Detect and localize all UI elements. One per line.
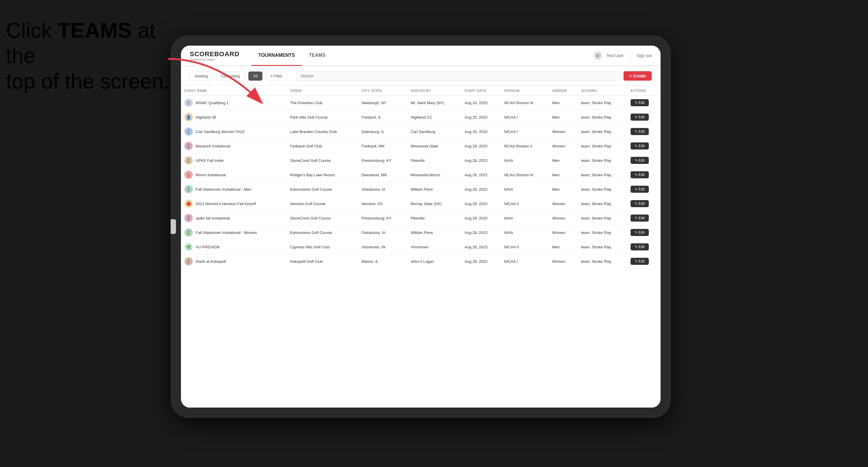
sign-out-link[interactable]: Sign out xyxy=(637,53,652,58)
edit-button[interactable]: ✎ Edit xyxy=(630,114,649,121)
cell-city: Prestonsburg, KY xyxy=(358,153,407,168)
table-row: 🏌 Fall Statesmen Invitational - Men Edmu… xyxy=(181,182,660,196)
event-name-text: Highland 36 xyxy=(196,115,216,120)
cell-division: NAIA xyxy=(500,225,549,240)
filter-button[interactable]: ≡ Filter xyxy=(266,71,287,81)
event-name-text: VU PREVIEW xyxy=(196,245,220,249)
logo-area: SCOREBOARD Powered by Clippit xyxy=(190,50,240,61)
cell-actions: ✎ Edit xyxy=(627,110,660,124)
cell-city: Galesburg, IL xyxy=(358,124,407,139)
instruction-text: Click TEAMS at thetop of the screen. xyxy=(6,18,177,94)
logo-subtitle: Powered by Clippit xyxy=(190,58,240,61)
table-row: 🏌 Carl Sandburg Women FA23 Lake Bracken … xyxy=(181,124,660,139)
cell-venue: StoneCrest Golf Course xyxy=(287,211,358,225)
cell-city: Freeport, IL xyxy=(358,110,407,124)
edit-button[interactable]: ✎ Edit xyxy=(630,171,649,178)
cell-gender: Women xyxy=(549,196,578,211)
hosting-button[interactable]: Hosting xyxy=(190,71,213,81)
team-logo: 🌿 xyxy=(185,243,193,251)
cell-actions: ✎ Edit xyxy=(627,240,660,254)
event-name-text: Fall Statesmen Invitational - Women xyxy=(196,230,257,235)
cell-scoring: team, Stroke Play xyxy=(578,211,627,225)
cell-city: Marion, IL xyxy=(358,254,407,269)
app-header: SCOREBOARD Powered by Clippit TOURNAMENT… xyxy=(181,45,660,66)
create-button[interactable]: + Create xyxy=(623,71,652,81)
edit-button[interactable]: ✎ Edit xyxy=(630,157,649,164)
content-area: Hosting Competing All ≡ Filter + Create … xyxy=(181,66,660,408)
cell-gender: Men xyxy=(549,168,578,182)
cell-city: Oskaloosa, IA xyxy=(358,182,407,196)
tab-tournaments[interactable]: TOURNAMENTS xyxy=(251,45,302,66)
nav-tabs: TOURNAMENTS TEAMS xyxy=(251,45,594,66)
edit-button[interactable]: ✎ Edit xyxy=(630,215,649,222)
cell-venue: Edmundson Golf Course xyxy=(287,225,358,240)
cell-scoring: team, Stroke Play xyxy=(578,153,627,168)
cell-scoring: team, Stroke Play xyxy=(578,110,627,124)
cell-hosted-by: Pikeville xyxy=(407,153,461,168)
cell-venue: Ruttger's Bay Lake Resort xyxy=(287,168,358,182)
cell-scoring: team, Stroke Play xyxy=(578,139,627,153)
cell-date: Aug 28, 2023 xyxy=(461,153,500,168)
cell-division: NICAA II xyxy=(500,240,549,254)
settings-icon[interactable]: ⚙ xyxy=(594,52,602,60)
logo-text: SCOREBOARD xyxy=(190,50,240,58)
cell-city: Hesston, KS xyxy=(358,196,407,211)
event-name-text: Fall Statesmen Invitational - Men xyxy=(196,187,251,192)
cell-scoring: team, Stroke Play xyxy=(578,168,627,182)
edit-button[interactable]: ✎ Edit xyxy=(630,186,649,193)
cell-event-name: 🔴 2023 Women's Hesston Fall Kickoff xyxy=(181,196,287,211)
team-logo: 👤 xyxy=(185,113,193,121)
event-name-text: Maverick Invitational xyxy=(196,144,230,148)
cell-actions: ✎ Edit xyxy=(627,153,660,168)
cell-event-name: 🏌 Carl Sandburg Women FA23 xyxy=(181,124,287,139)
cell-hosted-by: Murray State (OK) xyxy=(407,196,461,211)
cell-hosted-by: William Penn xyxy=(407,182,461,196)
cell-event-name: 🏌 upike fall invitational xyxy=(181,211,287,225)
cell-gender: Men xyxy=(549,182,578,196)
team-logo: 🔴 xyxy=(185,199,193,208)
cell-date: Aug 28, 2023 xyxy=(461,211,500,225)
cell-division: NICAA I xyxy=(500,110,549,124)
edit-button[interactable]: ✎ Edit xyxy=(630,243,649,250)
cell-division: NAIA xyxy=(500,211,549,225)
competing-button[interactable]: Competing xyxy=(216,71,245,81)
team-logo: 🏌 xyxy=(185,156,193,164)
cell-hosted-by: William Penn xyxy=(407,225,461,240)
cell-division: NICAA II xyxy=(500,196,549,211)
cell-gender: Women xyxy=(549,225,578,240)
cell-division: NAIA xyxy=(500,153,549,168)
cell-hosted-by: Carl Sandburg xyxy=(407,124,461,139)
event-name-text: upike fall invitational xyxy=(196,216,230,220)
table-row: 🏌 Klash at Kokopelli Kokopelli Golf Club… xyxy=(181,254,660,269)
user-name: Test User xyxy=(607,53,624,58)
cell-hosted-by: Minnesota State xyxy=(407,139,461,153)
table-row: 🌿 VU PREVIEW Cypress Hills Golf Club Vin… xyxy=(181,240,660,254)
cell-division: NICAA I xyxy=(500,254,549,269)
cell-hosted-by: Pikeville xyxy=(407,211,461,225)
edit-button[interactable]: ✎ Edit xyxy=(630,258,649,265)
all-button[interactable]: All xyxy=(248,71,262,81)
search-input[interactable] xyxy=(296,71,620,81)
edit-button[interactable]: ✎ Edit xyxy=(630,99,649,106)
team-logo: 🏌 xyxy=(185,142,193,150)
edit-button[interactable]: ✎ Edit xyxy=(630,200,649,207)
cell-date: Aug 28, 2023 xyxy=(461,139,500,153)
event-name-text: UPKE Fall Invite xyxy=(196,158,224,163)
cell-event-name: 🦌 Morris Invitational xyxy=(181,168,287,182)
cell-hosted-by: Mt. Saint Mary (NY) xyxy=(407,96,461,110)
edit-button[interactable]: ✎ Edit xyxy=(630,143,649,150)
cell-venue: Faribault Golf Club xyxy=(287,139,358,153)
tab-teams[interactable]: TEAMS xyxy=(302,45,333,66)
cell-actions: ✎ Edit xyxy=(627,96,660,110)
edit-button[interactable]: ✎ Edit xyxy=(630,229,649,236)
cell-scoring: team, Stroke Play xyxy=(578,96,627,110)
col-event-name: EVENT NAME xyxy=(181,86,287,96)
cell-division: NAIA xyxy=(500,182,549,196)
table-header: EVENT NAME VENUE CITY, STATE HOSTED BY S… xyxy=(181,86,660,96)
sidebar-toggle[interactable]: › xyxy=(170,219,176,234)
col-actions: ACTIONS xyxy=(627,86,660,96)
edit-button[interactable]: ✎ Edit xyxy=(630,128,649,135)
cell-city: Prestonsburg, KY xyxy=(358,211,407,225)
table-container[interactable]: EVENT NAME VENUE CITY, STATE HOSTED BY S… xyxy=(181,86,660,408)
col-scoring: SCORING xyxy=(578,86,627,96)
